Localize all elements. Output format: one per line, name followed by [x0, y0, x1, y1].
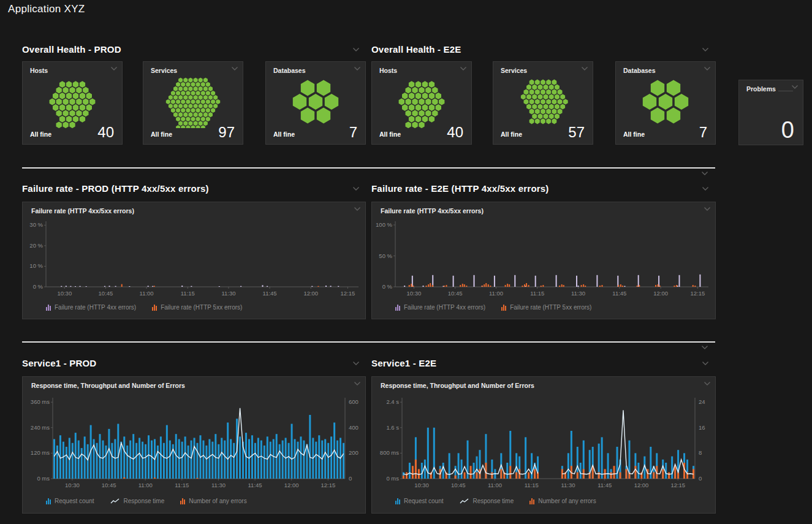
health-tile-hosts-prod[interactable]: Hosts All fine 40	[22, 61, 123, 145]
chevron-down-icon[interactable]	[701, 171, 708, 177]
chevron-down-icon[interactable]	[702, 186, 709, 192]
entity-count: 7	[349, 124, 357, 141]
failure-rate-e2e-tile[interactable]: Failure rate (HTTP 4xx/5xx errors) 100 %…	[371, 202, 716, 319]
chevron-down-icon[interactable]	[354, 66, 361, 72]
svg-text:100 %: 100 %	[376, 221, 392, 228]
honeycomb-chart	[266, 75, 365, 128]
legend-item: Request count	[46, 498, 94, 504]
status-label: All fine	[379, 131, 401, 138]
bar-series-icon	[46, 305, 51, 311]
tile-title: Databases	[623, 67, 656, 74]
status-label: All fine	[273, 131, 295, 138]
chevron-down-icon[interactable]	[354, 381, 361, 387]
entity-count: 57	[568, 124, 585, 141]
section-title-failure-prod: Failure rate - PROD (HTTP 4xx/5xx errors…	[22, 183, 209, 194]
section-title-service1-prod: Service1 - PROD	[22, 358, 96, 368]
svg-text:12:15: 12:15	[340, 290, 355, 297]
svg-text:11:15: 11:15	[181, 290, 195, 297]
service1-e2e-tile[interactable]: Response time, Throughput and Number of …	[371, 376, 716, 514]
legend-item: Failure rate (HTTP 4xx errors)	[46, 304, 136, 311]
failure-rate-e2e-chart: 100 %50 %0 %10:3010:4511:0011:1511:3011:…	[373, 218, 711, 304]
svg-text:12:00: 12:00	[634, 482, 649, 488]
chevron-down-icon[interactable]	[702, 361, 709, 367]
svg-text:11:45: 11:45	[598, 482, 612, 488]
entity-count: 40	[447, 124, 463, 141]
bar-series-icon	[152, 305, 157, 311]
bar-series-icon	[501, 305, 506, 311]
chevron-down-icon[interactable]	[581, 66, 588, 72]
svg-text:12:00: 12:00	[284, 482, 299, 488]
entity-count: 40	[97, 124, 114, 141]
chevron-down-icon[interactable]	[231, 66, 238, 72]
chevron-down-icon[interactable]	[110, 66, 118, 72]
problems-tile[interactable]: Problems 0	[738, 80, 803, 145]
health-tile-services-prod[interactable]: Services All fine 97	[143, 61, 243, 145]
chevron-down-icon[interactable]	[704, 207, 711, 213]
chevron-down-icon[interactable]	[460, 66, 467, 72]
svg-text:400: 400	[349, 424, 359, 431]
status-label: All fine	[151, 131, 172, 138]
chevron-down-icon[interactable]	[704, 381, 711, 387]
svg-text:600: 600	[349, 398, 359, 405]
chevron-down-icon[interactable]	[352, 186, 360, 192]
svg-text:8: 8	[699, 449, 702, 456]
chevron-down-icon[interactable]	[791, 85, 799, 91]
svg-text:1.6 s: 1.6 s	[386, 424, 399, 431]
svg-text:11:45: 11:45	[612, 290, 626, 297]
chart-legend: Failure rate (HTTP 4xx errors) Failure r…	[46, 304, 242, 311]
service1-prod-tile[interactable]: Response time, Throughput and Number of …	[22, 376, 366, 514]
tile-title: Hosts	[379, 67, 397, 74]
status-label: All fine	[30, 131, 51, 138]
svg-text:800 ms: 800 ms	[380, 449, 399, 456]
svg-text:10 %: 10 %	[29, 262, 43, 269]
svg-text:11:00: 11:00	[489, 290, 503, 297]
health-tile-services-e2e[interactable]: Services All fine 57	[493, 61, 593, 145]
chevron-down-icon[interactable]	[352, 361, 360, 367]
failure-rate-prod-tile[interactable]: Failure rate (HTTP 4xx/5xx errors) 30 %2…	[22, 202, 366, 319]
chevron-down-icon[interactable]	[352, 47, 360, 53]
svg-text:12:15: 12:15	[321, 482, 335, 488]
tile-title: Services	[501, 67, 527, 74]
tile-title: Response time, Throughput and Number of …	[31, 382, 185, 389]
svg-text:24: 24	[699, 398, 705, 405]
svg-text:10:30: 10:30	[414, 482, 429, 488]
service1-prod-chart: 360 ms240 ms120 ms0 ms600400200010:3010:…	[24, 393, 362, 495]
honeycomb-chart	[616, 75, 715, 128]
honeycomb-chart	[493, 75, 593, 128]
svg-text:10:45: 10:45	[451, 482, 466, 488]
svg-text:2.4 s: 2.4 s	[386, 398, 399, 405]
problems-sparkline-placeholder	[778, 91, 793, 91]
svg-text:10:30: 10:30	[65, 482, 80, 488]
chevron-down-icon[interactable]	[354, 207, 361, 213]
svg-text:50 %: 50 %	[379, 253, 392, 259]
svg-text:11:15: 11:15	[530, 290, 544, 297]
bar-series-icon	[529, 498, 534, 504]
page-title: Application XYZ	[8, 3, 85, 15]
chart-legend: Failure rate (HTTP 4xx errors) Failure r…	[395, 304, 591, 311]
svg-text:10:30: 10:30	[406, 290, 421, 297]
svg-text:30 %: 30 %	[29, 221, 43, 228]
svg-text:11:45: 11:45	[248, 482, 262, 488]
health-tile-databases-prod[interactable]: Databases All fine 7	[265, 61, 366, 145]
chevron-down-icon[interactable]	[702, 47, 709, 53]
tile-title: Services	[151, 67, 177, 74]
svg-text:10:45: 10:45	[102, 482, 116, 488]
svg-text:10:30: 10:30	[57, 290, 72, 297]
svg-text:12:00: 12:00	[653, 290, 668, 297]
health-tile-hosts-e2e[interactable]: Hosts All fine 40	[371, 61, 472, 145]
honeycomb-chart	[23, 75, 122, 128]
svg-text:11:00: 11:00	[488, 482, 502, 488]
chevron-down-icon[interactable]	[704, 66, 711, 72]
section-divider	[22, 167, 715, 169]
health-tile-databases-e2e[interactable]: Databases All fine 7	[615, 61, 716, 145]
legend-item: Number of any errors	[529, 498, 596, 504]
status-label: All fine	[501, 131, 522, 138]
tile-title: Hosts	[30, 67, 48, 74]
tile-title: Failure rate (HTTP 4xx/5xx errors)	[31, 207, 134, 215]
bar-series-icon	[395, 305, 400, 311]
svg-text:200: 200	[349, 449, 359, 456]
bar-series-icon	[395, 498, 400, 504]
honeycomb-chart	[143, 75, 243, 128]
legend-item: Request count	[395, 498, 444, 504]
chevron-down-icon[interactable]	[701, 345, 708, 351]
